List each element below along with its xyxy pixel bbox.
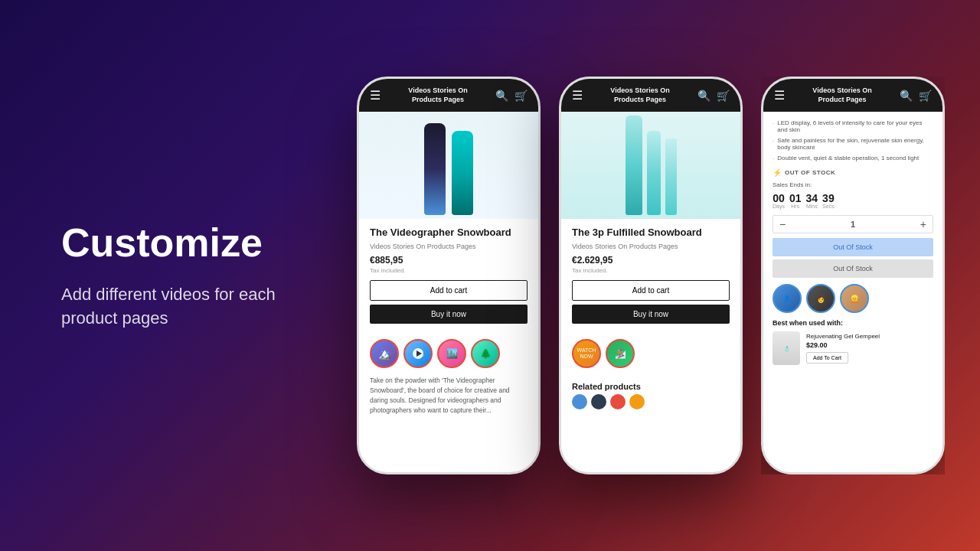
- countdown: 00 Days 01 Hrs 34 Mins 39 Secs: [773, 193, 933, 209]
- phone-1-content: The Videographer Snowboard Videos Storie…: [359, 112, 538, 471]
- menu-icon-2[interactable]: ☰: [572, 88, 583, 103]
- best-with-title: Best when used with:: [773, 319, 933, 327]
- add-to-cart-btn-1[interactable]: Add to cart: [370, 280, 528, 301]
- phone-2-content: The 3p Fulfilled Snowboard Videos Storie…: [561, 112, 740, 471]
- tax-info-2: Tax included.: [572, 267, 730, 274]
- story-circle-3[interactable]: 🏙️: [437, 339, 466, 368]
- related-item-name: Rejuvenating Gel Gempeel: [806, 333, 933, 340]
- related-item: 🧴 Rejuvenating Gel Gempeel $29.00 Add To…: [773, 331, 933, 365]
- count-hrs: 01 Hrs: [789, 193, 802, 209]
- sub-text: Add different videos for each product pa…: [61, 283, 276, 331]
- price-2: €2.629,95: [572, 255, 730, 266]
- color-dot-2[interactable]: [591, 394, 606, 409]
- days-label: Days: [773, 204, 785, 209]
- out-of-stock-btn-1[interactable]: Out Of Stock: [773, 238, 933, 256]
- product-info-2: The 3p Fulfilled Snowboard Videos Storie…: [561, 219, 740, 339]
- bullet-text-1: LED display, 6 levels of intensity to ca…: [777, 119, 933, 133]
- buy-it-now-btn-1[interactable]: Buy it now: [370, 305, 528, 324]
- qty-decrease[interactable]: −: [779, 218, 786, 230]
- phone-3-content: · LED display, 6 levels of intensity to …: [763, 112, 942, 471]
- related-item-add-btn[interactable]: Add To Cart: [806, 352, 848, 364]
- count-days: 00 Days: [773, 193, 785, 209]
- phone-3: ☰ Videos Stories OnProduct Pages 🔍 🛒 · L…: [761, 77, 945, 474]
- play-overlay: [413, 348, 423, 359]
- qty-value: 1: [851, 220, 855, 229]
- product-title-2: The 3p Fulfilled Snowboard: [572, 227, 730, 240]
- cart-icon-3[interactable]: 🛒: [919, 90, 932, 102]
- story-circles-1: 🏔️ ❄️ 🏙️ 🌲: [359, 339, 538, 368]
- menu-icon[interactable]: ☰: [370, 88, 381, 103]
- board-dark: [424, 123, 446, 215]
- avatar-circles: 👤 👩 👱: [773, 284, 933, 313]
- store-name-3: Videos Stories OnProduct Pages: [785, 86, 900, 104]
- bullet-1: · LED display, 6 levels of intensity to …: [773, 119, 933, 133]
- phone-3-topbar: ☰ Videos Stories OnProduct Pages 🔍 🛒: [763, 79, 942, 112]
- board-med: [647, 131, 661, 215]
- secs-value: 39: [822, 193, 835, 204]
- color-dot-4[interactable]: [629, 394, 645, 409]
- search-icon-3[interactable]: 🔍: [900, 90, 913, 102]
- bullet-dot-2: ·: [773, 138, 774, 145]
- bullet-dot-3: ·: [773, 155, 774, 162]
- topbar-icons-3: 🔍 🛒: [900, 90, 932, 102]
- count-secs: 39 Secs: [822, 193, 835, 209]
- product-image-area-1: [359, 112, 538, 219]
- color-dots: [561, 394, 740, 409]
- out-of-stock-badge: ⚡ OUT OF STOCK: [773, 168, 933, 177]
- store-name-2: Videos Stories OnProducts Pages: [583, 86, 697, 104]
- story-circle-2[interactable]: ❄️: [403, 339, 433, 368]
- secs-label: Secs: [822, 204, 835, 209]
- cart-icon[interactable]: 🛒: [514, 90, 528, 102]
- count-mins: 34 Mins: [806, 193, 818, 209]
- bullet-dot-1: ·: [773, 120, 774, 127]
- avatar-3[interactable]: 👱: [840, 284, 869, 313]
- color-dot-3[interactable]: [610, 394, 626, 409]
- snowboard-display: [424, 116, 473, 215]
- related-item-image: 🧴: [773, 331, 800, 365]
- main-title: Customize: [61, 221, 276, 265]
- story-video-2[interactable]: 🏂: [606, 339, 635, 368]
- sales-ends-label: Sales Ends in:: [773, 181, 933, 188]
- phone-1-topbar: ☰ Videos Stories OnProducts Pages 🔍 🛒: [359, 79, 538, 112]
- product-title-1: The Videographer Snowboard: [370, 227, 528, 240]
- product-info-1: The Videographer Snowboard Videos Storie…: [359, 219, 538, 339]
- bullet-3: · Double vent, quiet & stable operation,…: [773, 155, 933, 162]
- cart-icon-2[interactable]: 🛒: [717, 90, 730, 102]
- topbar-icons: 🔍 🛒: [495, 90, 528, 102]
- search-icon-2[interactable]: 🔍: [697, 90, 710, 102]
- phone-2-topbar: ☰ Videos Stories OnProducts Pages 🔍 🛒: [561, 79, 740, 112]
- buy-it-now-btn-2[interactable]: Buy it now: [572, 305, 730, 324]
- store-label-2: Videos Stories On Products Pages: [572, 243, 730, 250]
- board-teal: [452, 131, 473, 215]
- avatar-1[interactable]: 👤: [773, 284, 802, 313]
- story-circle-1[interactable]: 🏔️: [370, 339, 399, 368]
- topbar-icons-2: 🔍 🛒: [697, 90, 730, 102]
- product-image-area-2: [561, 112, 740, 219]
- days-value: 00: [773, 193, 785, 204]
- bullet-2: · Safe and painless for the skin, rejuve…: [773, 137, 933, 151]
- mins-value: 34: [806, 193, 818, 204]
- search-icon[interactable]: 🔍: [495, 90, 508, 102]
- left-section: Customize Add different videos for each …: [0, 175, 322, 377]
- out-of-stock-text: OUT OF STOCK: [785, 169, 835, 176]
- story-circle-4[interactable]: 🌲: [471, 339, 500, 368]
- related-products-title: Related products: [561, 376, 740, 394]
- store-name-1: Videos Stories OnProducts Pages: [381, 86, 495, 104]
- store-label-1: Videos Stories On Products Pages: [370, 243, 528, 250]
- board-small: [665, 139, 677, 215]
- phone-1: ☰ Videos Stories OnProducts Pages 🔍 🛒 Th…: [357, 77, 541, 474]
- bullet-text-3: Double vent, quiet & stable operation, 1…: [777, 155, 919, 161]
- qty-increase[interactable]: +: [920, 218, 926, 230]
- bottle-icon: 🧴: [784, 346, 789, 351]
- related-item-info: Rejuvenating Gel Gempeel $29.00 Add To C…: [806, 333, 933, 364]
- story-circles-2: WATCH NOW 🏂: [561, 339, 740, 368]
- color-dot-1[interactable]: [572, 394, 587, 409]
- lightning-icon: ⚡: [773, 168, 782, 177]
- mins-label: Mins: [806, 204, 818, 209]
- add-to-cart-btn-2[interactable]: Add to cart: [572, 280, 730, 301]
- out-of-stock-btn-2[interactable]: Out Of Stock: [773, 259, 933, 278]
- phone-2: ☰ Videos Stories OnProducts Pages 🔍 🛒 Th…: [559, 77, 743, 474]
- menu-icon-3[interactable]: ☰: [774, 88, 785, 103]
- story-video-1[interactable]: WATCH NOW: [572, 339, 601, 368]
- avatar-2[interactable]: 👩: [806, 284, 835, 313]
